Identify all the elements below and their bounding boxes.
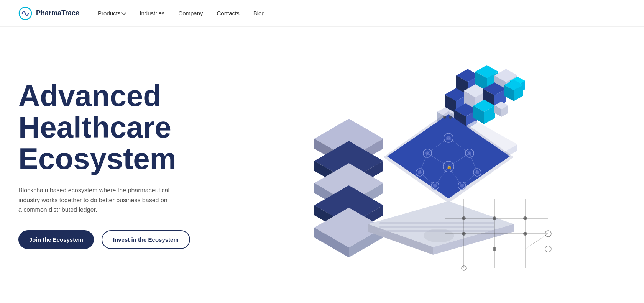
svg-marker-56	[387, 114, 510, 198]
svg-point-98	[462, 216, 466, 220]
hero-title: Advanced Healthcare Ecosystem	[18, 80, 218, 175]
hero-section: Advanced Healthcare Ecosystem Blockchain…	[0, 27, 644, 303]
nav-link-company[interactable]: Company	[178, 10, 203, 16]
hero-illustration: 🔒	[218, 50, 626, 280]
chevron-down-icon	[121, 10, 127, 15]
circuit-board-lines	[441, 195, 556, 272]
nav-links: Products Industries Company Contacts Blo…	[98, 10, 265, 17]
nav-link-industries[interactable]: Industries	[140, 10, 164, 16]
nav-item-contacts[interactable]: Contacts	[217, 10, 240, 17]
svg-point-84	[449, 116, 452, 119]
svg-point-99	[493, 216, 496, 220]
hero-subtitle: Blockchain based ecosystem where the pha…	[18, 185, 172, 215]
hero-content: Advanced Healthcare Ecosystem Blockchain…	[18, 80, 218, 249]
svg-line-107	[525, 234, 548, 249]
svg-point-102	[523, 232, 527, 236]
navbar: PharmaTrace Products Industries Company …	[0, 0, 644, 27]
nav-link-blog[interactable]: Blog	[253, 10, 265, 16]
hero-buttons: Join the Ecosystem Invest in the Ecosyst…	[18, 230, 218, 249]
nav-item-industries[interactable]: Industries	[140, 10, 164, 17]
pharmatrace-logo-icon	[18, 7, 32, 20]
nav-item-blog[interactable]: Blog	[253, 10, 265, 17]
logo[interactable]: PharmaTrace	[18, 7, 79, 20]
svg-point-83	[443, 116, 446, 119]
svg-point-101	[462, 232, 466, 236]
invest-ecosystem-button[interactable]: Invest in the Ecosystem	[102, 230, 190, 249]
svg-point-100	[523, 216, 527, 220]
nav-item-company[interactable]: Company	[178, 10, 203, 17]
nav-item-products[interactable]: Products	[98, 10, 126, 16]
isometric-scene: 🔒	[288, 57, 556, 272]
logo-text: PharmaTrace	[36, 9, 79, 17]
nav-link-products[interactable]: Products	[98, 10, 126, 16]
nav-link-contacts[interactable]: Contacts	[217, 10, 240, 16]
join-ecosystem-button[interactable]: Join the Ecosystem	[18, 230, 94, 249]
